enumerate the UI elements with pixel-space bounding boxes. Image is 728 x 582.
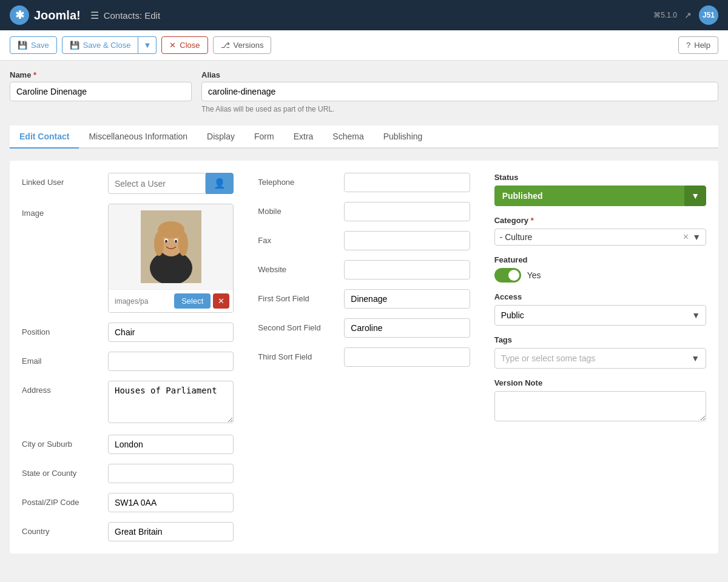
save-close-label: Save & Close (83, 41, 131, 50)
state-input[interactable] (108, 464, 234, 483)
email-input[interactable] (108, 352, 234, 371)
joomla-logo: ✱ Joomla! (10, 5, 81, 25)
linked-user-input[interactable] (108, 173, 206, 194)
save-dropdown-button[interactable]: ▼ (138, 36, 157, 54)
status-dropdown-button[interactable]: ▼ (684, 186, 706, 206)
version-note-label: Version Note (494, 378, 706, 387)
alias-input[interactable] (201, 82, 718, 101)
featured-yes-label: Yes (527, 270, 541, 280)
tags-input-wrap[interactable]: Type or select some tags ▼ (494, 348, 706, 369)
second-sort-input[interactable] (344, 318, 470, 338)
category-label: Category * (494, 216, 706, 225)
third-sort-label: Third Sort Field (258, 347, 337, 361)
save-button[interactable]: 💾 Save (10, 36, 57, 54)
versions-button[interactable]: ⎇ Versions (213, 36, 272, 54)
category-group: Category * - Culture × ▼ (494, 216, 706, 246)
tab-schema[interactable]: Schema (323, 125, 373, 149)
position-input[interactable] (108, 323, 234, 342)
status-value[interactable]: Published (494, 186, 684, 206)
third-sort-input[interactable] (344, 347, 470, 367)
contact-photo (141, 210, 201, 283)
linked-user-select-button[interactable]: 👤 (206, 173, 234, 194)
telephone-input[interactable] (344, 173, 470, 192)
form-col-left: Linked User 👤 Image (22, 173, 234, 541)
fax-wrap (344, 231, 470, 250)
svg-point-5 (178, 232, 188, 256)
position-row: Position (22, 323, 234, 342)
third-sort-wrap (344, 347, 470, 367)
first-sort-input[interactable] (344, 289, 470, 309)
image-wrap: images/pa Select ✕ (108, 204, 234, 313)
user-icon: 👤 (214, 178, 226, 189)
featured-row: Yes (494, 268, 706, 283)
featured-toggle[interactable] (494, 268, 521, 283)
city-label: City or Suburb (22, 435, 101, 449)
fax-row: Fax (258, 231, 470, 250)
state-label: State or County (22, 464, 101, 478)
chevron-down-icon: ▼ (691, 191, 699, 201)
toolbar: 💾 Save 💾 Save & Close ▼ ✕ Close ⎇ Versio… (0, 30, 728, 61)
help-button[interactable]: ? Help (678, 36, 718, 54)
tags-placeholder: Type or select some tags (501, 353, 687, 363)
help-icon: ? (686, 41, 690, 50)
fax-label: Fax (258, 231, 337, 245)
address-row: Address Houses of Parliament (22, 381, 234, 425)
close-button[interactable]: ✕ Close (161, 36, 207, 54)
external-link-icon[interactable]: ↗ (684, 10, 692, 20)
city-wrap (108, 435, 234, 454)
version-note-input[interactable] (494, 391, 706, 421)
navbar: ✱ Joomla! ☰ Contacts: Edit ⌘5.1.0 ↗ J51 (0, 0, 728, 30)
tags-group: Tags Type or select some tags ▼ (494, 335, 706, 369)
tab-extra[interactable]: Extra (284, 125, 323, 149)
category-wrap[interactable]: - Culture × ▼ (494, 229, 706, 246)
fax-input[interactable] (344, 231, 470, 250)
tab-form[interactable]: Form (244, 125, 284, 149)
tags-caret-icon: ▼ (691, 353, 699, 363)
name-required-star: * (33, 70, 36, 79)
postal-wrap (108, 493, 234, 512)
save-close-button[interactable]: 💾 Save & Close (62, 36, 139, 54)
version-text: ⌘5.1.0 (653, 11, 677, 19)
alias-label: Alias (201, 70, 718, 79)
access-select[interactable]: Public Registered Special Guest Super Us… (494, 305, 706, 326)
city-input[interactable] (108, 435, 234, 454)
email-row: Email (22, 352, 234, 371)
website-input[interactable] (344, 260, 470, 279)
chevron-down-icon: ▼ (143, 41, 151, 50)
category-value: - Culture (500, 232, 679, 242)
name-label: Name * (10, 70, 192, 79)
tab-display[interactable]: Display (197, 125, 244, 149)
close-label: Close (180, 41, 200, 50)
image-area: images/pa Select ✕ (108, 204, 234, 313)
navbar-right: ⌘5.1.0 ↗ J51 (653, 5, 718, 25)
address-input[interactable]: Houses of Parliament (108, 381, 234, 423)
postal-input[interactable] (108, 493, 234, 512)
mobile-input[interactable] (344, 202, 470, 221)
tab-publishing[interactable]: Publishing (374, 125, 433, 149)
tags-label: Tags (494, 335, 706, 344)
website-wrap (344, 260, 470, 279)
category-dropdown-icon[interactable]: ▼ (692, 232, 701, 242)
country-input[interactable] (108, 522, 234, 541)
second-sort-row: Second Sort Field (258, 318, 470, 338)
mobile-row: Mobile (258, 202, 470, 221)
page-title: Contacts: Edit (104, 10, 160, 21)
image-remove-button[interactable]: ✕ (213, 293, 229, 309)
svg-point-9 (175, 240, 177, 243)
category-clear-button[interactable]: × (683, 232, 689, 242)
country-label: Country (22, 522, 101, 536)
mobile-label: Mobile (258, 202, 337, 216)
name-input[interactable] (10, 82, 192, 101)
image-select-button[interactable]: Select (174, 293, 211, 309)
tab-edit-contact[interactable]: Edit Contact (10, 125, 79, 149)
website-label: Website (258, 260, 337, 274)
telephone-label: Telephone (258, 173, 337, 187)
joomla-logo-icon: ✱ (10, 5, 29, 25)
tab-misc-info[interactable]: Miscellaneous Information (79, 125, 197, 149)
svg-point-8 (165, 240, 167, 243)
linked-user-row: Linked User 👤 (22, 173, 234, 194)
second-sort-label: Second Sort Field (258, 318, 337, 332)
postal-row: Postal/ZIP Code (22, 493, 234, 512)
country-wrap (108, 522, 234, 541)
user-avatar[interactable]: J51 (699, 5, 718, 25)
